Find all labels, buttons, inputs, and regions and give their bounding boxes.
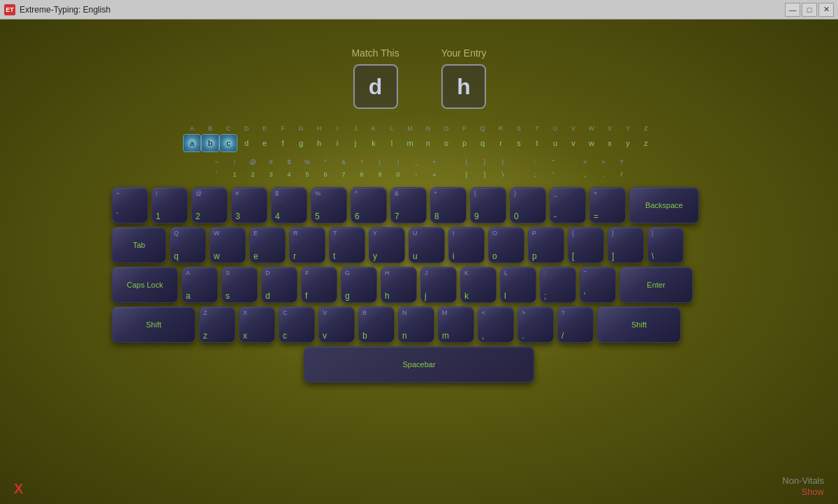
key-r[interactable]: R r: [289, 227, 325, 263]
match-label: Match This: [351, 47, 399, 59]
bottom-bar: X Non-Vitals Show: [0, 474, 838, 497]
strip-upper-E: E: [256, 123, 274, 134]
key-s[interactable]: S s: [221, 267, 258, 303]
key-a[interactable]: A a: [182, 267, 218, 303]
show-button[interactable]: Show: [782, 487, 824, 497]
strip-upper-W: W: [582, 123, 601, 134]
strip-lower-q[interactable]: q: [473, 134, 492, 152]
key-equals[interactable]: + =: [589, 187, 626, 223]
key-enter[interactable]: Enter: [619, 267, 693, 303]
key-bracket-left[interactable]: { [: [568, 227, 604, 263]
key-u[interactable]: U u: [409, 227, 445, 263]
strip-lower-b[interactable]: b: [201, 134, 219, 152]
strip-lower-v[interactable]: v: [564, 134, 582, 152]
key-k[interactable]: K k: [460, 267, 497, 303]
key-3[interactable]: # 3: [231, 187, 267, 223]
strip-lower-s[interactable]: s: [510, 134, 528, 152]
key-backtick[interactable]: ~ `: [112, 187, 148, 223]
close-button[interactable]: ✕: [818, 3, 834, 17]
strip-lower-j[interactable]: j: [346, 134, 365, 152]
key-slash[interactable]: ? /: [557, 306, 594, 343]
key-9[interactable]: ( 9: [470, 187, 506, 223]
strip-lower-y[interactable]: y: [619, 134, 637, 152]
strip-upper-C: C: [219, 123, 237, 134]
minimize-button[interactable]: —: [785, 3, 800, 17]
key-n[interactable]: N n: [398, 306, 434, 343]
strip-lower-n[interactable]: n: [419, 134, 437, 152]
strip-lower-p[interactable]: p: [455, 134, 473, 152]
key-b[interactable]: B b: [358, 306, 395, 343]
key-8[interactable]: * 8: [430, 187, 466, 223]
match-display: d: [353, 64, 398, 109]
key-shift-right[interactable]: Shift: [597, 306, 681, 343]
key-c[interactable]: C c: [279, 306, 315, 343]
maximize-button[interactable]: □: [802, 3, 817, 17]
strip-lower-c[interactable]: c: [219, 134, 237, 152]
key-v[interactable]: V v: [318, 306, 355, 343]
key-4[interactable]: $ 4: [271, 187, 307, 223]
strip-upper-A: A: [183, 123, 201, 134]
key-5[interactable]: % 5: [311, 187, 347, 223]
key-i[interactable]: I i: [448, 227, 485, 263]
key-q[interactable]: Q q: [170, 227, 206, 263]
strip-upper-V: V: [564, 123, 582, 134]
strip-lower-x[interactable]: x: [601, 134, 619, 152]
strip-lower-z[interactable]: z: [637, 134, 655, 152]
key-y[interactable]: Y y: [369, 227, 405, 263]
key-6[interactable]: ^ 6: [351, 187, 387, 223]
key-0[interactable]: ) 0: [510, 187, 546, 223]
key-o[interactable]: O o: [488, 227, 524, 263]
key-2[interactable]: @ 2: [191, 187, 228, 223]
keyboard-row-3: Caps Lock A a S s D d F f G g: [112, 267, 726, 303]
key-7[interactable]: & 7: [390, 187, 427, 223]
strip-lower-t[interactable]: t: [528, 134, 546, 152]
key-backspace[interactable]: Backspace: [629, 187, 699, 223]
key-backslash[interactable]: | \: [647, 227, 684, 263]
key-g[interactable]: G g: [341, 267, 377, 303]
key-z[interactable]: Z z: [199, 306, 235, 343]
key-spacebar[interactable]: Spacebar: [304, 346, 534, 383]
key-tab[interactable]: Tab: [112, 227, 166, 263]
strip-upper-X: X: [601, 123, 619, 134]
key-bracket-right[interactable]: } ]: [608, 227, 644, 263]
key-p[interactable]: P p: [528, 227, 564, 263]
key-f[interactable]: F f: [301, 267, 337, 303]
key-period[interactable]: > .: [517, 306, 554, 343]
strip-lower-e[interactable]: e: [256, 134, 274, 152]
strip-lower-l[interactable]: l: [383, 134, 401, 152]
strip-lower-g[interactable]: g: [292, 134, 310, 152]
strip-lower-k[interactable]: k: [365, 134, 383, 152]
key-semicolon[interactable]: : ;: [540, 267, 576, 303]
strip-lower-i[interactable]: i: [328, 134, 346, 152]
key-x[interactable]: X x: [239, 306, 275, 343]
strip-upper-G: G: [292, 123, 310, 134]
strip-lower-u[interactable]: u: [546, 134, 564, 152]
strip-lower-w[interactable]: w: [582, 134, 601, 152]
strip-lower-d[interactable]: d: [237, 134, 256, 152]
strip-upper-R: R: [492, 123, 510, 134]
strip-lower-f[interactable]: f: [274, 134, 292, 152]
strip-lower-m[interactable]: m: [401, 134, 419, 152]
key-comma[interactable]: < ,: [478, 306, 514, 343]
key-caps-lock[interactable]: Caps Lock: [112, 267, 178, 303]
key-shift-left[interactable]: Shift: [112, 306, 196, 343]
keyboard-row-1: ~ ` ! 1 @ 2 # 3 $ 4 % 5: [112, 187, 726, 223]
key-m[interactable]: M m: [438, 306, 474, 343]
key-h[interactable]: H h: [381, 267, 417, 303]
key-l[interactable]: L l: [500, 267, 536, 303]
key-t[interactable]: T t: [329, 227, 365, 263]
keyboard-row-5: Spacebar: [112, 346, 726, 383]
strip-lower-h[interactable]: h: [310, 134, 328, 152]
key-e[interactable]: E e: [249, 227, 286, 263]
strip-lower-o[interactable]: o: [437, 134, 455, 152]
key-quote[interactable]: " ': [580, 267, 616, 303]
key-minus[interactable]: _ -: [550, 187, 586, 223]
key-w[interactable]: W w: [210, 227, 246, 263]
strip-lower-a[interactable]: a: [183, 134, 201, 152]
strip-upper-D: D: [237, 123, 256, 134]
strip-lower-r[interactable]: r: [492, 134, 510, 152]
key-1[interactable]: ! 1: [152, 187, 188, 223]
key-j[interactable]: J j: [420, 267, 457, 303]
window-controls: — □ ✕: [785, 3, 834, 17]
key-d[interactable]: D d: [261, 267, 297, 303]
